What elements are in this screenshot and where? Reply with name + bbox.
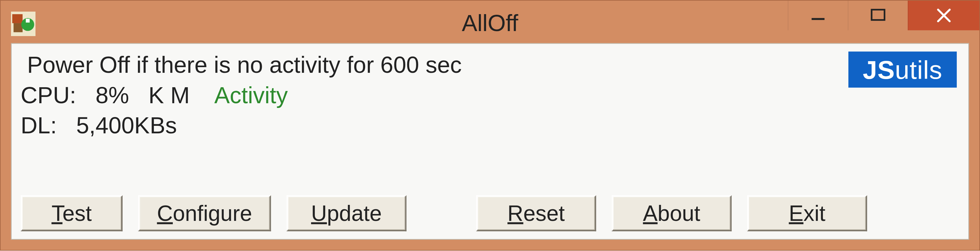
svg-rect-5 xyxy=(811,18,824,20)
about-button[interactable]: About xyxy=(612,195,732,231)
dl-line: DL: 5,400KBs xyxy=(21,111,959,140)
status-message: Power Off if there is no activity for 60… xyxy=(21,50,959,81)
logo-bold: JS xyxy=(863,55,895,84)
km-indicator: K M xyxy=(148,82,189,108)
app-window: AllOff JSutils Power Off if there is no … xyxy=(0,0,980,251)
brand-logo: JSutils xyxy=(848,52,957,88)
svg-rect-2 xyxy=(14,23,22,32)
cpu-value: 8% xyxy=(95,82,129,108)
svg-rect-1 xyxy=(12,14,22,23)
svg-rect-6 xyxy=(872,10,885,20)
logo-light: utils xyxy=(895,55,942,84)
minimize-button[interactable] xyxy=(788,1,848,30)
titlebar: AllOff xyxy=(1,1,979,43)
button-spacer xyxy=(422,195,461,231)
reset-button[interactable]: Reset xyxy=(476,195,596,231)
exit-button[interactable]: Exit xyxy=(747,195,867,231)
configure-button[interactable]: Configure xyxy=(138,195,271,231)
test-button[interactable]: Test xyxy=(21,195,123,231)
maximize-button[interactable] xyxy=(848,1,908,30)
close-button[interactable] xyxy=(908,1,979,30)
update-button[interactable]: Update xyxy=(286,195,407,231)
client-area: JSutils Power Off if there is no activit… xyxy=(11,43,969,240)
caption-buttons xyxy=(788,1,979,30)
svg-rect-4 xyxy=(26,19,30,22)
app-icon xyxy=(11,12,35,36)
cpu-line: CPU: 8% K M Activity xyxy=(21,81,959,111)
button-row: Test Configure Update Reset About Exit xyxy=(21,195,959,231)
dl-value: 5,400KBs xyxy=(76,112,177,138)
activity-indicator: Activity xyxy=(214,82,288,108)
